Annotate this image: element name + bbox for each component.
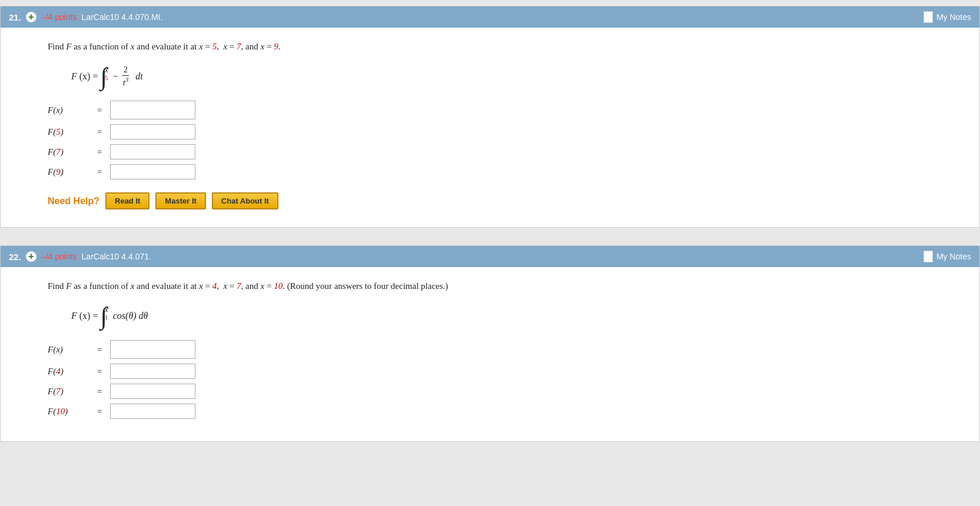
plus-icon-22[interactable]: + — [26, 251, 36, 262]
x-italic-21: x — [131, 42, 135, 51]
x1-label-21: x — [199, 42, 203, 51]
formula-fx-21: F — [71, 71, 77, 82]
page-container: 21. + –/4 points LarCalc10 4.4.070.MI. M… — [0, 0, 980, 506]
problem-22-body: Find F as a function of x and evaluate i… — [1, 267, 979, 441]
master-it-button-21[interactable]: Master It — [155, 192, 205, 209]
f-italic-22: F — [66, 281, 71, 291]
v1-22: 4 — [212, 281, 217, 291]
v3-22: 10 — [274, 281, 283, 291]
read-it-button-21[interactable]: Read It — [105, 192, 150, 209]
fx-input-22[interactable] — [110, 340, 195, 359]
f7-input-21[interactable] — [110, 144, 195, 159]
problem-22-number: 22. — [9, 252, 21, 262]
problem-22-header-left: 22. + –/4 points LarCalc10 4.4.071. — [9, 251, 151, 262]
notes-icon-21 — [923, 11, 933, 23]
x3-label-22: x — [261, 281, 265, 291]
integral-limits-21: x 5 — [105, 66, 108, 81]
problem-21-number: 21. — [9, 12, 21, 22]
problem-21-points: –/4 points — [41, 12, 77, 22]
eq-f5-21: = — [97, 127, 102, 137]
formula-paren-22: (x) = — [79, 311, 98, 321]
f5-input-21[interactable] — [110, 124, 195, 139]
eq-f9-21: = — [97, 167, 102, 177]
my-notes-button-21[interactable]: My Notes — [923, 11, 971, 23]
f5-label-21: F(5) — [48, 127, 89, 137]
f9-row-21: F(9) = — [48, 164, 956, 179]
f7-row-21: F(7) = — [48, 144, 956, 159]
eq-f10-22: = — [97, 407, 102, 417]
integral-lower-21: 5 — [105, 75, 108, 81]
f9-label-21: F(9) — [48, 167, 89, 177]
my-notes-button-22[interactable]: My Notes — [923, 251, 971, 262]
integral-formula-22: F(x) = ∫ x 1 cos(θ) dθ — [71, 304, 148, 328]
formula-fx-22: F — [71, 311, 77, 321]
my-notes-label-22: My Notes — [936, 252, 971, 261]
f9-input-21[interactable] — [110, 164, 195, 179]
problem-22-header: 22. + –/4 points LarCalc10 4.4.071. My N… — [1, 246, 979, 267]
problem-21-id: LarCalc10 4.4.070.MI. — [82, 12, 163, 22]
notes-icon-22 — [923, 251, 933, 262]
f4-label-22: F(4) — [48, 367, 89, 377]
plus-icon-21[interactable]: + — [26, 12, 36, 22]
need-help-row-21: Need Help? Read It Master It Chat About … — [48, 192, 956, 209]
fx-row-21: F(x) = — [48, 101, 956, 119]
x1-label-22: x — [199, 281, 203, 291]
f10-label-22: F(10) — [48, 407, 89, 417]
fx-label-21: F(x) — [48, 105, 89, 115]
integral-formula-21: F(x) = ∫ x 5 − 2 t3 dt — [71, 64, 143, 89]
problem-21-statement: Find F as a function of x and evaluate i… — [48, 39, 956, 54]
eq-f4-22: = — [97, 367, 102, 377]
integral-container-21: ∫ x 5 — [100, 64, 108, 89]
problem-22-formula: F(x) = ∫ x 1 cos(θ) dθ — [71, 304, 956, 328]
frac-den-21: t3 — [122, 76, 129, 88]
x3-label-21: x — [261, 42, 265, 51]
eq-f7-21: = — [97, 147, 102, 157]
f7-input-22[interactable] — [110, 384, 195, 399]
integral-lower-22: 1 — [105, 314, 108, 321]
v1-21: 5 — [212, 42, 217, 51]
f7-label-21: F(7) — [48, 147, 89, 157]
integral-upper-22: x — [105, 305, 108, 313]
integral-container-22: ∫ x 1 — [100, 304, 108, 328]
dt-21: dt — [135, 71, 142, 82]
chat-about-it-button-21[interactable]: Chat About It — [212, 192, 278, 209]
eq-21: = — [97, 105, 102, 115]
x2-label-22: x — [223, 281, 227, 291]
problem-21-header-left: 21. + –/4 points LarCalc10 4.4.070.MI. — [9, 12, 162, 22]
f-italic-21: F — [66, 42, 71, 51]
f10-row-22: F(10) = — [48, 404, 956, 419]
f4-input-22[interactable] — [110, 364, 195, 379]
x-italic-22: x — [131, 281, 135, 291]
integrand-minus-21: − — [113, 71, 118, 82]
formula-paren-21: (x) = — [79, 71, 98, 82]
problem-22-id: LarCalc10 4.4.071. — [82, 252, 151, 261]
problem-22-block: 22. + –/4 points LarCalc10 4.4.071. My N… — [0, 245, 980, 442]
v3-21: 9 — [274, 42, 278, 51]
my-notes-label-21: My Notes — [936, 12, 971, 22]
problem-21-formula: F(x) = ∫ x 5 − 2 t3 dt — [71, 64, 956, 89]
v2-22: 7 — [237, 281, 241, 291]
f5-row-21: F(5) = — [48, 124, 956, 139]
eq-22: = — [97, 345, 102, 355]
integral-upper-21: x — [105, 66, 108, 74]
integrand-22: cos(θ) dθ — [113, 311, 148, 321]
x2-label-21: x — [223, 42, 227, 51]
v2-21: 7 — [237, 42, 241, 51]
f7-row-22: F(7) = — [48, 384, 956, 399]
integral-limits-22: x 1 — [105, 305, 108, 321]
f10-input-22[interactable] — [110, 404, 195, 419]
frac-21: 2 t3 — [122, 65, 129, 88]
eq-f7-22: = — [97, 387, 102, 397]
problem-22-points: –/4 points — [41, 252, 77, 261]
fx-label-22: F(x) — [48, 345, 89, 355]
problem-21-block: 21. + –/4 points LarCalc10 4.4.070.MI. M… — [0, 6, 980, 228]
problem-21-body: Find F as a function of x and evaluate i… — [1, 28, 979, 227]
need-help-label-21: Need Help? — [48, 196, 99, 207]
fx-row-22: F(x) = — [48, 340, 956, 359]
fx-input-21[interactable] — [110, 101, 195, 119]
problem-21-header: 21. + –/4 points LarCalc10 4.4.070.MI. M… — [1, 6, 979, 28]
f7-label-22: F(7) — [48, 387, 89, 397]
f4-row-22: F(4) = — [48, 364, 956, 379]
problem-22-statement: Find F as a function of x and evaluate i… — [48, 279, 956, 293]
frac-num-21: 2 — [122, 65, 129, 76]
